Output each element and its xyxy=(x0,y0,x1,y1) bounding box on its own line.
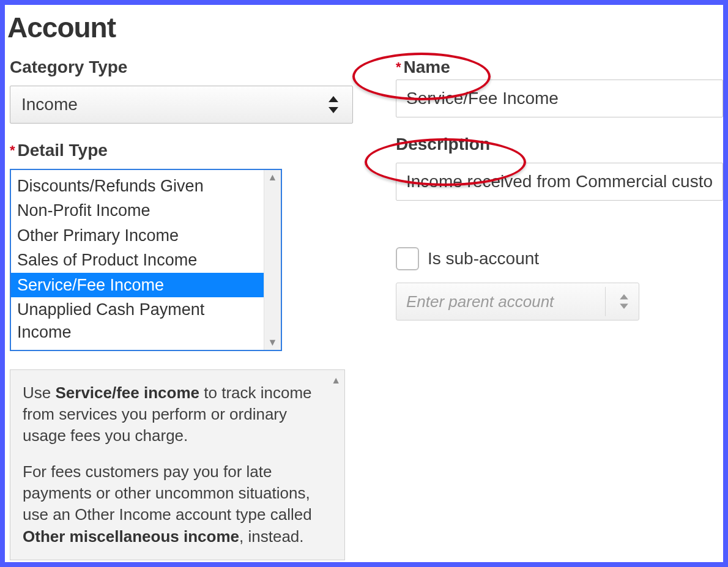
scroll-up-icon[interactable]: ▲ xyxy=(331,374,341,387)
description-input-value: Income received from Commercial custo xyxy=(406,172,713,191)
detail-type-option[interactable]: Service/Fee Income xyxy=(11,273,264,297)
help-text: , instead. xyxy=(239,527,304,546)
category-type-label-text: Category Type xyxy=(10,57,127,77)
description-label-text: Description xyxy=(396,135,490,154)
help-bold: Other miscellaneous income xyxy=(23,527,239,546)
detail-type-option[interactable]: Discounts/Refunds Given xyxy=(11,174,264,198)
chevron-updown-icon xyxy=(328,96,339,113)
name-label-text: Name xyxy=(404,57,450,77)
help-bold: Service/fee income xyxy=(55,384,199,402)
detail-type-option[interactable]: Sales of Product Income xyxy=(11,248,264,272)
divider xyxy=(605,287,606,316)
description-input[interactable]: Income received from Commercial custo xyxy=(396,163,723,201)
detail-type-option[interactable]: Non-Profit Income xyxy=(11,198,264,223)
page-title: Account xyxy=(7,11,723,44)
parent-account-select[interactable]: Enter parent account xyxy=(396,283,639,321)
is-sub-account-checkbox[interactable] xyxy=(396,247,419,270)
detail-type-option[interactable]: Unapplied Cash Payment Income xyxy=(11,297,264,344)
name-input-value: Service/Fee Income xyxy=(406,89,559,108)
name-input[interactable]: Service/Fee Income xyxy=(396,80,723,117)
detail-type-label: * Detail Type xyxy=(10,141,353,160)
detail-type-option[interactable]: Other Primary Income xyxy=(11,223,264,248)
category-type-select[interactable]: Income xyxy=(10,86,353,124)
chevron-updown-icon xyxy=(619,294,629,309)
detail-type-listbox[interactable]: Discounts/Refunds GivenNon-Profit Income… xyxy=(10,169,282,351)
scrollbar[interactable]: ▲ ▼ xyxy=(264,170,281,350)
category-type-label: Category Type xyxy=(10,57,353,77)
required-marker: * xyxy=(396,59,401,75)
help-text: For fees customers pay you for late paym… xyxy=(23,462,312,524)
detail-help-box: ▲ Use Service/fee income to track income… xyxy=(10,369,345,560)
detail-type-label-text: Detail Type xyxy=(18,141,108,160)
parent-account-placeholder: Enter parent account xyxy=(406,292,554,311)
description-label: Description xyxy=(396,135,723,154)
required-marker: * xyxy=(10,143,15,158)
scroll-up-icon[interactable]: ▲ xyxy=(268,172,278,182)
help-text: Use xyxy=(23,384,55,402)
is-sub-account-label: Is sub-account xyxy=(428,249,539,269)
name-label: * Name xyxy=(396,57,723,77)
scroll-down-icon[interactable]: ▼ xyxy=(268,338,278,347)
category-type-value: Income xyxy=(21,95,78,114)
